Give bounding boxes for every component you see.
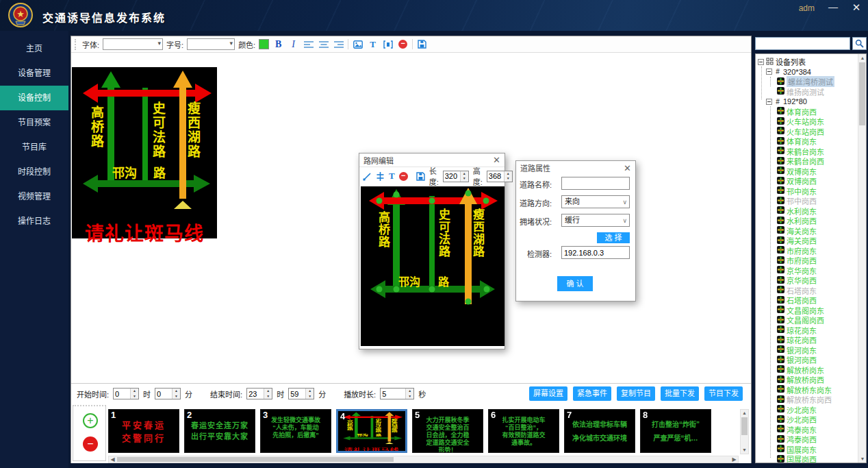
duration-stepper[interactable]: ▲▼: [380, 388, 414, 399]
step-down-icon[interactable]: ▼: [173, 394, 180, 399]
step-up-icon[interactable]: ▲: [264, 389, 272, 394]
program-thumb-7[interactable]: 7依法治理非标车辆净化城市交通环境: [564, 409, 635, 453]
save-icon[interactable]: [416, 171, 425, 182]
insert-image-icon[interactable]: [352, 38, 363, 50]
remove-program-icon[interactable]: −: [83, 436, 98, 452]
scrollbar-thumb[interactable]: [859, 62, 865, 125]
start-hour-stepper[interactable]: ▲▼: [113, 388, 139, 399]
sign-preview[interactable]: 高桥路 史可法路 瘦西湖路 邗沟 路 请礼让斑马线: [72, 67, 217, 238]
program-thumb-3[interactable]: 3发生轻微交通事故“人未伤，车能动先拍照，后撤离”: [260, 409, 331, 453]
step-down-icon[interactable]: ▼: [505, 176, 512, 182]
step-down-icon[interactable]: ▼: [264, 394, 272, 399]
font-select[interactable]: [103, 38, 163, 50]
minimize-icon[interactable]: —: [827, 1, 839, 12]
sidebar-item-3[interactable]: 节目预案: [0, 110, 68, 135]
collapse-icon[interactable]: [758, 59, 764, 65]
height-input[interactable]: [487, 171, 504, 182]
vertical-scrollbar[interactable]: ▲ ▼: [740, 409, 749, 454]
scroll-left-icon[interactable]: ◀: [109, 456, 116, 463]
end-hour-stepper[interactable]: ▲▼: [246, 388, 272, 399]
step-up-icon[interactable]: ▲: [306, 389, 314, 394]
action-button-4[interactable]: 节目下发: [704, 386, 743, 401]
close-icon[interactable]: ✕: [624, 163, 631, 173]
add-program-icon[interactable]: +: [83, 413, 98, 428]
tree-group[interactable]: 192*80: [783, 97, 807, 106]
start-hour-input[interactable]: [114, 389, 130, 399]
draw-line-icon[interactable]: [363, 171, 372, 182]
action-button-1[interactable]: 紧急事件: [573, 386, 611, 401]
device-item[interactable]: 国展岗西: [787, 454, 817, 463]
end-minute-input[interactable]: [289, 389, 305, 399]
scroll-up-icon[interactable]: ▲: [858, 54, 867, 62]
program-thumb-8[interactable]: 8打击整治“炸街”严查严惩“机…: [640, 409, 711, 453]
duration-input[interactable]: [381, 389, 405, 399]
close-icon[interactable]: ✕: [493, 155, 500, 165]
bold-button[interactable]: B: [272, 38, 284, 50]
sidebar-item-1[interactable]: 设备管理: [0, 61, 68, 86]
sidebar-item-5[interactable]: 时段控制: [0, 160, 68, 184]
scroll-down-icon[interactable]: ▼: [858, 455, 867, 463]
search-input[interactable]: [755, 37, 850, 50]
collapse-icon[interactable]: [766, 99, 772, 105]
program-thumb-4[interactable]: 4 高桥路 史可法路 瘦西湖路: [336, 409, 407, 453]
collapse-icon[interactable]: [766, 69, 772, 75]
close-icon[interactable]: ✕: [850, 1, 863, 14]
color-swatch[interactable]: [259, 39, 269, 49]
step-down-icon[interactable]: ▼: [406, 394, 413, 399]
step-up-icon[interactable]: ▲: [131, 389, 138, 394]
step-down-icon[interactable]: ▼: [306, 394, 314, 399]
scroll-down-icon[interactable]: ▼: [741, 447, 748, 454]
detector-input[interactable]: [562, 247, 629, 258]
sidebar-item-4[interactable]: 节目库: [0, 135, 68, 160]
step-up-icon[interactable]: ▲: [173, 389, 180, 394]
step-up-icon[interactable]: ▲: [461, 171, 468, 177]
step-down-icon[interactable]: ▼: [131, 394, 138, 399]
sign-preview[interactable]: 高桥路 史可法路 瘦西湖路 邗沟 路 请礼让斑马线: [338, 411, 405, 451]
insert-text-icon[interactable]: T: [389, 171, 395, 182]
sidebar-item-0[interactable]: 主页: [0, 36, 68, 61]
end-minute-stepper[interactable]: ▲▼: [288, 388, 314, 399]
delete-icon[interactable]: −: [397, 38, 409, 50]
action-button-3[interactable]: 批量下发: [661, 386, 699, 401]
program-thumb-1[interactable]: 1平安春运交警同行: [108, 409, 179, 453]
horizontal-scrollbar[interactable]: ◀ ▶: [108, 456, 739, 463]
tree-scrollbar[interactable]: ▲ ▼: [858, 54, 866, 463]
program-thumb-5[interactable]: 5大力开展秋冬季交通安全整治百日会战，全力稳定道路交通安全形势！: [412, 409, 483, 453]
step-up-icon[interactable]: ▲: [505, 171, 512, 177]
scroll-up-icon[interactable]: ▲: [741, 410, 748, 417]
editor-canvas[interactable]: 高桥路 史可法路 瘦西湖路 邗沟 路 请礼让斑马线 路网编辑 ✕: [71, 53, 751, 383]
user-name[interactable]: adm: [799, 3, 815, 13]
marquee-icon[interactable]: [382, 38, 394, 50]
confirm-button[interactable]: 确 认: [557, 276, 593, 291]
road-direction-select[interactable]: 来向: [561, 195, 630, 208]
device-item[interactable]: 维扬岗测试: [787, 86, 824, 97]
sidebar-item-6[interactable]: 视频管理: [0, 184, 68, 209]
insert-text-icon[interactable]: T: [367, 38, 379, 50]
node-tool-icon[interactable]: [376, 171, 385, 182]
end-hour-input[interactable]: [247, 389, 264, 399]
scrollbar-thumb[interactable]: [117, 457, 394, 462]
size-select[interactable]: [187, 38, 235, 50]
select-button[interactable]: 选 择: [597, 232, 630, 243]
action-button-0[interactable]: 屏幕设置: [529, 386, 567, 401]
delete-icon[interactable]: −: [399, 171, 408, 182]
align-center-icon[interactable]: [318, 38, 329, 50]
step-down-icon[interactable]: ▼: [461, 176, 468, 182]
start-minute-stepper[interactable]: ▲▼: [155, 388, 181, 399]
align-right-icon[interactable]: [333, 38, 344, 50]
height-stepper[interactable]: ▲▼: [487, 171, 513, 182]
scrollbar-thumb[interactable]: [741, 417, 748, 435]
congestion-select[interactable]: 缓行: [561, 214, 630, 227]
length-stepper[interactable]: ▲▼: [443, 171, 469, 182]
italic-button[interactable]: I: [288, 38, 299, 50]
roadnet-canvas[interactable]: 高桥路 史可法路 瘦西湖路 邗沟 路: [361, 186, 505, 346]
start-minute-input[interactable]: [155, 389, 172, 399]
step-up-icon[interactable]: ▲: [406, 389, 413, 394]
action-button-2[interactable]: 复制节目: [617, 386, 655, 401]
save-icon[interactable]: [416, 38, 428, 50]
sidebar-item-7[interactable]: 操作日志: [0, 209, 68, 234]
toolbar-grip[interactable]: [75, 39, 77, 50]
program-thumb-2[interactable]: 2春运安全连万家出行平安靠大家: [184, 409, 255, 453]
program-thumb-6[interactable]: 6扎实开展电动车“百日整治”，有效预防道路交通事故。: [488, 409, 559, 453]
length-input[interactable]: [444, 171, 460, 182]
